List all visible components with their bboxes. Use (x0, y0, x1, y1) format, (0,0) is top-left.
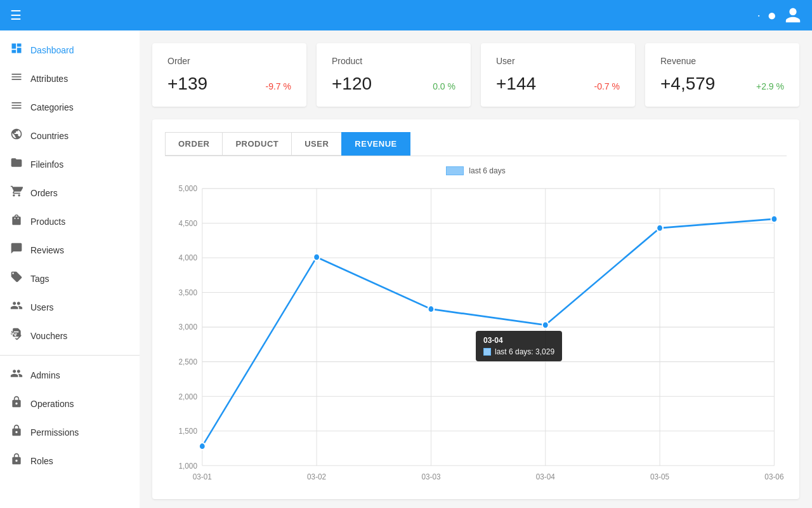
stat-card-revenue: Revenue +4,579 +2.9 % (645, 43, 799, 107)
admins-icon (10, 367, 23, 383)
sidebar-label-users: Users (30, 302, 54, 312)
topbar: ☰ • ● (0, 0, 812, 30)
sidebar-label-reviews: Reviews (30, 245, 64, 255)
sidebar-item-reviews[interactable]: Reviews (0, 236, 140, 264)
svg-text:1,500: 1,500 (179, 427, 197, 436)
tab-product[interactable]: PRODUCT (222, 132, 291, 156)
sidebar-item-countries[interactable]: Countries (0, 121, 140, 150)
svg-text:5,000: 5,000 (179, 184, 197, 194)
stat-card-product-value: +120 (332, 74, 372, 94)
sidebar-label-vouchers: Vouchers (30, 331, 67, 341)
stat-card-revenue-change: +2.9 % (756, 81, 784, 91)
svg-text:1,000: 1,000 (179, 461, 197, 471)
stat-cards: Order +139 -9.7 % Product +120 0.0 % Use… (152, 43, 799, 107)
sidebar-label-tags: Tags (30, 274, 49, 284)
svg-text:03-06: 03-06 (764, 472, 783, 482)
svg-text:03-01: 03-01 (193, 472, 212, 482)
tab-user[interactable]: USER (291, 132, 341, 156)
dot-icon: • (758, 13, 760, 18)
svg-text:2,000: 2,000 (179, 392, 197, 401)
stat-card-order-title: Order (167, 56, 291, 66)
tab-revenue[interactable]: REVENUE (341, 132, 410, 156)
datapoint-5[interactable] (771, 215, 778, 222)
legend-color-box (446, 166, 464, 175)
chart-tabs: ORDER PRODUCT USER REVENUE (165, 132, 787, 156)
datapoint-1[interactable] (313, 253, 320, 260)
fileinfos-icon (10, 156, 23, 172)
permissions-icon (10, 424, 23, 440)
svg-text:3,000: 3,000 (179, 323, 197, 332)
avatar-icon[interactable]: ● (768, 6, 777, 24)
sidebar-label-categories: Categories (30, 102, 74, 112)
stat-card-order-change: -9.7 % (266, 81, 291, 91)
sidebar-item-admins[interactable]: Admins (0, 361, 140, 389)
sidebar-label-admins: Admins (30, 370, 60, 380)
sidebar-item-categories[interactable]: Categories (0, 93, 140, 121)
sidebar-label-attributes: Attributes (30, 74, 68, 84)
stat-card-order-value: +139 (167, 74, 207, 94)
sidebar-item-vouchers[interactable]: Vouchers (0, 321, 140, 350)
svg-text:4,000: 4,000 (179, 253, 197, 263)
stat-card-product: Product +120 0.0 % (317, 43, 471, 107)
sidebar-item-orders[interactable]: Orders (0, 178, 140, 207)
vouchers-icon (10, 328, 23, 344)
sidebar-item-users[interactable]: Users (0, 293, 140, 321)
svg-text:03-04: 03-04 (536, 472, 555, 482)
sidebar-label-operations: Operations (30, 399, 74, 409)
stat-card-revenue-value: +4,579 (660, 74, 715, 94)
svg-text:2,500: 2,500 (179, 357, 197, 366)
sidebar: Dashboard Attributes Categories (0, 30, 140, 508)
sidebar-divider (0, 355, 140, 356)
svg-text:4,500: 4,500 (179, 218, 197, 228)
dashboard-icon (10, 42, 23, 58)
main-content: Order +139 -9.7 % Product +120 0.0 % Use… (140, 30, 812, 508)
sidebar-item-operations[interactable]: Operations (0, 389, 140, 418)
svg-text:03-02: 03-02 (307, 472, 326, 482)
stat-card-user-change: -0.7 % (594, 81, 620, 91)
stat-card-user-value: +144 (496, 74, 536, 94)
stat-card-product-change: 0.0 % (433, 81, 455, 91)
sidebar-item-attributes[interactable]: Attributes (0, 64, 140, 93)
stat-card-product-title: Product (332, 56, 455, 66)
sidebar-label-orders: Orders (30, 188, 58, 198)
sidebar-item-dashboard[interactable]: Dashboard (0, 36, 140, 64)
account-icon[interactable] (784, 6, 802, 24)
sidebar-label-roles: Roles (30, 456, 53, 466)
reviews-icon (10, 242, 23, 258)
datapoint-0[interactable] (199, 443, 206, 450)
chart-legend: last 6 days (165, 166, 787, 175)
sidebar-item-products[interactable]: Products (0, 207, 140, 236)
stat-card-user: User +144 -0.7 % (481, 43, 635, 107)
sidebar-item-tags[interactable]: Tags (0, 264, 140, 293)
products-icon (10, 213, 23, 229)
menu-icon[interactable]: ☰ (10, 8, 22, 23)
attributes-icon (10, 70, 23, 86)
stat-card-user-title: User (496, 56, 620, 66)
datapoint-3[interactable] (542, 321, 549, 328)
sidebar-item-fileinfos[interactable]: Fileinfos (0, 150, 140, 178)
users-icon (10, 299, 23, 315)
line-chart: 5,000 4,500 4,000 3,500 3,000 2,500 2,00… (165, 182, 787, 486)
categories-icon (10, 99, 23, 115)
orders-icon (10, 185, 23, 201)
chart-container: 5,000 4,500 4,000 3,500 3,000 2,500 2,00… (165, 182, 787, 486)
sidebar-item-permissions[interactable]: Permissions (0, 418, 140, 446)
countries-icon (10, 128, 23, 144)
stat-card-order: Order +139 -9.7 % (152, 43, 306, 107)
sidebar-item-roles[interactable]: Roles (0, 446, 140, 475)
legend-label: last 6 days (469, 166, 505, 175)
sidebar-label-dashboard: Dashboard (30, 45, 74, 55)
datapoint-4[interactable] (657, 225, 663, 232)
svg-text:03-03: 03-03 (421, 472, 440, 482)
svg-text:03-05: 03-05 (650, 472, 669, 482)
roles-icon (10, 453, 23, 469)
chart-section: ORDER PRODUCT USER REVENUE last 6 days (152, 119, 799, 499)
sidebar-label-products: Products (30, 217, 65, 227)
sidebar-label-permissions: Permissions (30, 427, 79, 438)
datapoint-2[interactable] (428, 305, 435, 312)
operations-icon (10, 396, 23, 411)
stat-card-revenue-title: Revenue (660, 56, 784, 66)
sidebar-label-countries: Countries (30, 131, 69, 141)
tab-order[interactable]: ORDER (165, 132, 222, 156)
tags-icon (10, 271, 23, 286)
